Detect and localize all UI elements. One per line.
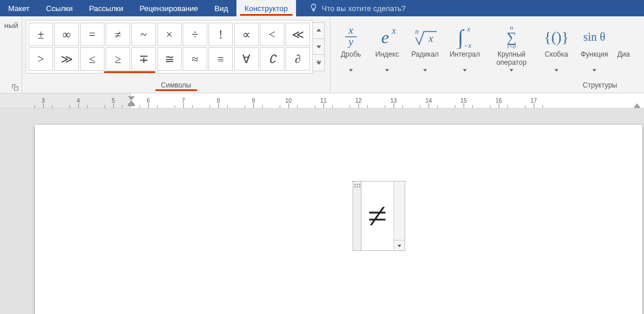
ruler-unit: 12 xyxy=(341,95,376,108)
symbol-tilde[interactable]: ~ xyxy=(131,23,156,46)
tell-me-search[interactable]: Что вы хотите сделать? xyxy=(309,0,406,16)
svg-text:i=0: i=0 xyxy=(507,43,516,49)
gallery-more-button[interactable] xyxy=(313,55,324,71)
dialog-launcher-icon[interactable] xyxy=(11,83,19,92)
equation-object[interactable]: ≠ xyxy=(353,181,405,251)
ribbon: ный ± ∞ = ≠ ~ × ÷ ! ∝ < ≪ > xyxy=(0,16,644,93)
chevron-down-icon xyxy=(554,68,559,72)
left-fragment-text: ный xyxy=(4,21,18,30)
chevron-down-icon xyxy=(423,68,427,72)
ruler-unit: 8 xyxy=(201,95,236,108)
tab-references[interactable]: Ссылки xyxy=(38,0,81,16)
symbol-factorial[interactable]: ! xyxy=(208,23,233,46)
symbols-gallery: ± ∞ = ≠ ~ × ÷ ! ∝ < ≪ > ≫ ≤ ≥ ∓ ≅ xyxy=(26,20,313,74)
ruler-unit: 13 xyxy=(376,95,411,108)
group-symbols: ± ∞ = ≠ ~ × ÷ ! ∝ < ≪ > ≫ ≤ ≥ ∓ ≅ xyxy=(22,16,330,93)
svg-text:sin θ: sin θ xyxy=(583,30,605,43)
symbol-much-greater[interactable]: ≫ xyxy=(54,47,79,71)
symbol-much-less[interactable]: ≪ xyxy=(286,23,310,46)
structure-fraction-button[interactable]: xy Дробь xyxy=(334,22,368,72)
structure-bracket-button[interactable]: {()} Скобка xyxy=(539,22,573,72)
structure-script-button[interactable]: ex Индекс xyxy=(370,22,404,72)
structure-accent-button[interactable]: Диа xyxy=(615,22,632,72)
ribbon-tabstrip: Макет Ссылки Рассылки Рецензирование Вид… xyxy=(0,0,644,16)
lightbulb-icon xyxy=(309,3,318,14)
symbol-greater-equal[interactable]: ≥ xyxy=(106,47,130,71)
symbol-partial[interactable]: ∂ xyxy=(286,47,310,71)
svg-text:x: x xyxy=(428,33,433,44)
chevron-down-icon xyxy=(509,68,514,72)
tab-layout[interactable]: Макет xyxy=(0,0,38,16)
symbol-proportional[interactable]: ∝ xyxy=(234,23,259,46)
symbol-infinity[interactable]: ∞ xyxy=(54,23,79,46)
highlight-underline xyxy=(155,89,197,91)
svg-text:n: n xyxy=(415,27,419,36)
symbol-approx[interactable]: ≈ xyxy=(183,47,207,71)
ruler-unit: 5 xyxy=(96,95,131,108)
symbol-less-than[interactable]: < xyxy=(260,23,284,46)
chevron-down-icon xyxy=(462,68,467,72)
structure-large-operator-button[interactable]: n∑i=0 Крупный оператор xyxy=(486,22,537,72)
symbol-greater-than[interactable]: > xyxy=(29,47,53,71)
ruler-unit: 17 xyxy=(516,95,551,108)
svg-text:x: x xyxy=(348,26,353,36)
horizontal-ruler[interactable]: 34567891011121314151617 xyxy=(0,93,644,109)
symbol-not-equal[interactable]: ≠ xyxy=(106,23,130,46)
svg-text:x: x xyxy=(467,25,471,33)
symbol-divide[interactable]: ÷ xyxy=(183,23,207,46)
tab-view[interactable]: Вид xyxy=(206,0,236,16)
right-indent-marker-icon[interactable] xyxy=(633,103,640,108)
svg-text:x: x xyxy=(391,26,396,36)
gallery-scroll-up-button[interactable] xyxy=(313,23,324,39)
symbol-less-equal[interactable]: ≤ xyxy=(80,47,105,71)
bracket-icon: {()} xyxy=(543,25,570,49)
page[interactable]: ≠ xyxy=(35,125,642,314)
equation-content[interactable]: ≠ xyxy=(361,182,394,250)
tab-review[interactable]: Рецензирование xyxy=(131,0,206,16)
structure-function-button[interactable]: sin θ Функция xyxy=(576,22,613,72)
group-structures: xy Дробь ex Индекс nx Радикал xyxy=(330,16,644,93)
svg-text:y: y xyxy=(347,36,353,48)
function-icon: sin θ xyxy=(579,25,610,49)
ruler-unit: 4 xyxy=(61,95,96,108)
highlight-underline xyxy=(240,14,293,16)
ruler-unit: 3 xyxy=(26,95,61,108)
ruler-unit: 11 xyxy=(306,95,341,108)
symbol-complement[interactable]: ∁ xyxy=(260,47,284,71)
ruler-unit: 7 xyxy=(166,95,201,108)
integral-icon: ∫x−x xyxy=(453,25,476,49)
tab-equation-design[interactable]: Конструктор xyxy=(236,0,296,16)
ruler-unit: 10 xyxy=(271,95,306,108)
ruler-unit: 14 xyxy=(411,95,446,108)
svg-text:e: e xyxy=(381,27,389,47)
symbol-plus-minus[interactable]: ± xyxy=(29,23,53,46)
summation-icon: n∑i=0 xyxy=(502,25,521,49)
gallery-scroll-down-button[interactable] xyxy=(313,39,324,55)
symbol-congruent[interactable]: ≅ xyxy=(157,47,182,71)
equation-move-handle[interactable] xyxy=(353,182,361,250)
symbol-equals[interactable]: = xyxy=(80,23,105,46)
ruler-unit: 16 xyxy=(481,95,516,108)
group-fragment-left: ный xyxy=(0,16,22,93)
structure-integral-button[interactable]: ∫x−x Интеграл xyxy=(446,22,483,72)
script-icon: ex xyxy=(375,25,399,49)
grip-icon xyxy=(354,184,360,187)
chevron-down-icon xyxy=(592,68,597,72)
structure-radical-button[interactable]: nx Радикал xyxy=(406,22,444,72)
svg-text:−x: −x xyxy=(464,41,472,49)
tab-mailings[interactable]: Рассылки xyxy=(81,0,131,16)
chevron-down-icon xyxy=(349,68,353,72)
fraction-icon: xy xyxy=(343,25,359,49)
radical-icon: nx xyxy=(412,25,438,49)
ruler-unit: 9 xyxy=(236,95,271,108)
symbol-for-all[interactable]: ∀ xyxy=(234,47,259,71)
ruler-unit: 6 xyxy=(131,95,166,108)
symbol-identical[interactable]: ≡ xyxy=(208,47,233,71)
symbol-multiply[interactable]: × xyxy=(157,23,182,46)
gallery-scroll xyxy=(313,22,325,71)
group-structures-label: Структуры xyxy=(334,80,640,92)
chevron-down-icon xyxy=(385,68,389,72)
equation-options-button[interactable] xyxy=(394,240,405,250)
symbol-minus-plus[interactable]: ∓ xyxy=(131,47,156,71)
group-symbols-label: Символы xyxy=(26,80,326,92)
